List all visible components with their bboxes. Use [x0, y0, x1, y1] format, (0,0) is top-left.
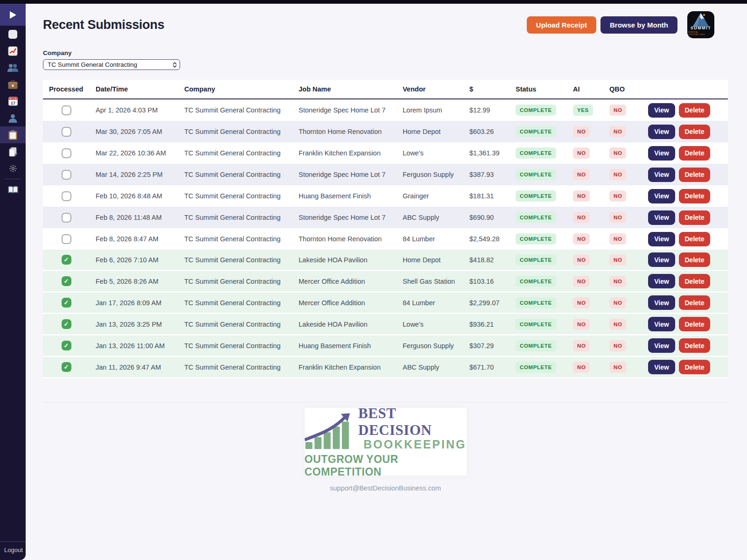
processed-checkbox[interactable] — [62, 148, 71, 158]
amount-cell: $603.26 — [463, 128, 510, 135]
square-icon — [8, 30, 17, 39]
vendor-cell: Ferguson Supply — [397, 171, 463, 178]
company-cell: TC Summit General Contracting — [178, 106, 293, 114]
view-button[interactable]: View — [648, 146, 675, 161]
company-cell: TC Summit General Contracting — [178, 192, 293, 200]
view-button[interactable]: View — [648, 252, 675, 267]
company-logo: SUMMIT GENERAL CONTRACTING — [687, 11, 714, 38]
datetime-cell: Feb 8, 2026 8:47 AM — [90, 235, 178, 243]
processed-checkbox[interactable] — [62, 255, 71, 265]
processed-checkbox[interactable] — [62, 298, 71, 308]
delete-button[interactable]: Delete — [679, 360, 710, 374]
view-button[interactable]: View — [648, 360, 675, 374]
qbo-badge: NO — [609, 340, 626, 351]
ai-badge: NO — [573, 319, 590, 330]
company-cell: TC Summit General Contracting — [178, 321, 293, 328]
qbo-badge: NO — [609, 297, 626, 308]
sidebar-item-documents[interactable] — [0, 143, 26, 160]
vendor-cell: ABC Supply — [397, 364, 463, 371]
qbo-badge: NO — [609, 319, 626, 330]
delete-button[interactable]: Delete — [679, 210, 710, 225]
table-row: Feb 8, 2026 11:48 AM TC Summit General C… — [43, 207, 728, 228]
ai-badge: NO — [573, 190, 590, 202]
processed-checkbox[interactable] — [62, 127, 71, 137]
sidebar-item-submissions[interactable] — [0, 126, 26, 143]
processed-checkbox[interactable] — [62, 105, 71, 115]
upload-receipt-button[interactable]: Upload Receipt — [527, 16, 596, 34]
qbo-badge: NO — [609, 212, 626, 223]
table-row: Jan 13, 2026 3:25 PM TC Summit General C… — [43, 314, 728, 336]
company-select-value: TC Summit General Contracting — [48, 61, 173, 68]
vendor-cell: Lowe's — [397, 321, 463, 328]
view-button[interactable]: View — [648, 295, 675, 310]
delete-button[interactable]: Delete — [679, 338, 710, 353]
company-cell: TC Summit General Contracting — [178, 342, 293, 350]
status-badge: COMPLETE — [516, 362, 556, 373]
browse-by-month-button[interactable]: Browse by Month — [600, 16, 677, 34]
processed-checkbox[interactable] — [62, 213, 71, 223]
ai-badge: NO — [573, 212, 590, 223]
qbo-badge: NO — [609, 254, 626, 266]
sidebar-item-calendar[interactable]: 17 — [0, 93, 26, 110]
growth-chart-icon — [305, 412, 354, 451]
amount-cell: $936.21 — [463, 321, 510, 328]
processed-checkbox[interactable] — [62, 362, 71, 372]
sidebar-item-jobs[interactable] — [0, 76, 26, 93]
qbo-badge: NO — [609, 126, 626, 137]
processed-checkbox[interactable] — [62, 170, 71, 180]
main-content: Recent Submissions Upload Receipt Browse… — [26, 4, 747, 560]
datetime-cell: Jan 13, 2026 11:00 AM — [90, 342, 178, 350]
delete-button[interactable]: Delete — [679, 146, 710, 161]
view-button[interactable]: View — [648, 125, 675, 139]
processed-checkbox[interactable] — [62, 191, 71, 201]
processed-checkbox[interactable] — [62, 276, 71, 286]
processed-checkbox[interactable] — [62, 234, 71, 244]
qbo-badge: NO — [609, 169, 626, 180]
processed-checkbox[interactable] — [62, 341, 71, 350]
vendor-cell: Home Depot — [397, 128, 463, 135]
amount-cell: $690.90 — [463, 214, 510, 221]
view-button[interactable]: View — [648, 232, 675, 246]
delete-button[interactable]: Delete — [679, 274, 710, 288]
view-button[interactable]: View — [648, 274, 675, 288]
view-button[interactable]: View — [648, 317, 675, 331]
sidebar-item-square[interactable] — [0, 26, 26, 42]
view-button[interactable]: View — [648, 338, 675, 353]
col-processed: Processed — [43, 85, 90, 93]
logout-button[interactable]: Logout — [0, 546, 26, 560]
col-qbo: QBO — [603, 85, 636, 93]
status-badge: COMPLETE — [516, 105, 556, 116]
sidebar-item-profile[interactable] — [0, 110, 26, 126]
view-button[interactable]: View — [648, 168, 675, 182]
delete-button[interactable]: Delete — [679, 125, 710, 139]
company-cell: TC Summit General Contracting — [178, 364, 293, 371]
table-header: Processed Date/Time Company Job Name Ven… — [43, 80, 728, 99]
delete-button[interactable]: Delete — [679, 317, 710, 331]
company-select[interactable]: TC Summit General Contracting — [43, 59, 180, 70]
sidebar-item-settings[interactable] — [0, 160, 26, 177]
documents-icon — [8, 147, 18, 157]
delete-button[interactable]: Delete — [679, 252, 710, 267]
view-button[interactable]: View — [648, 189, 675, 203]
amount-cell: $387.93 — [463, 171, 510, 178]
sidebar-item-play[interactable] — [0, 4, 26, 26]
delete-button[interactable]: Delete — [679, 189, 710, 203]
view-button[interactable]: View — [648, 103, 675, 118]
company-cell: TC Summit General Contracting — [178, 256, 293, 264]
delete-button[interactable]: Delete — [679, 232, 710, 246]
sidebar-item-ledger[interactable] — [0, 181, 26, 198]
processed-checkbox[interactable] — [62, 319, 71, 329]
sidebar-divider — [5, 179, 21, 179]
datetime-cell: Mar 14, 2026 2:25 PM — [90, 171, 178, 178]
sidebar-item-users[interactable] — [0, 59, 26, 76]
sidebar-item-reports[interactable] — [0, 42, 26, 59]
datetime-cell: Feb 10, 2026 8:48 AM — [90, 192, 178, 200]
view-button[interactable]: View — [648, 210, 675, 225]
table-row: Mar 14, 2026 2:25 PM TC Summit General C… — [43, 164, 728, 185]
delete-button[interactable]: Delete — [679, 103, 710, 118]
delete-button[interactable]: Delete — [679, 295, 710, 310]
job-name-cell: Stoneridge Spec Home Lot 7 — [293, 171, 397, 178]
table-row: Mar 22, 2026 10:36 AM TC Summit General … — [43, 142, 728, 164]
table-row: Feb 8, 2026 8:47 AM TC Summit General Co… — [43, 228, 728, 250]
delete-button[interactable]: Delete — [679, 168, 710, 182]
